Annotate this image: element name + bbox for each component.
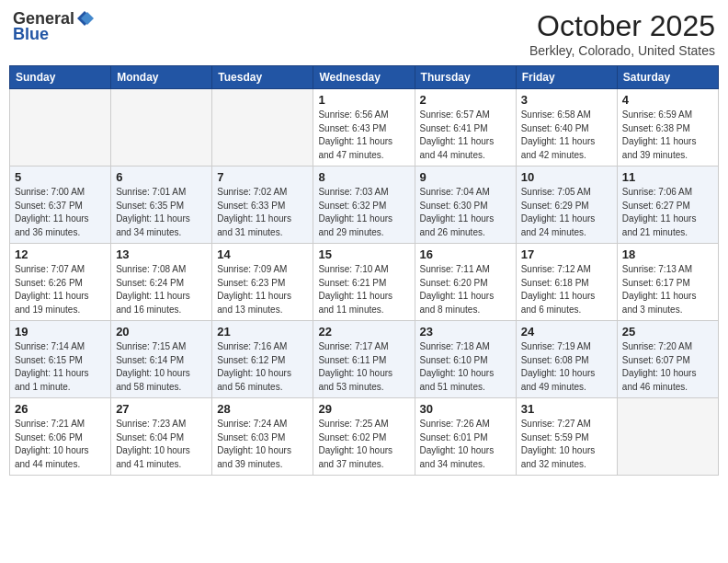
- day-info: Sunrise: 7:24 AM Sunset: 6:03 PM Dayligh…: [217, 418, 308, 471]
- day-info: Sunrise: 7:10 AM Sunset: 6:21 PM Dayligh…: [318, 263, 409, 316]
- day-number: 26: [15, 402, 106, 416]
- day-info: Sunrise: 7:00 AM Sunset: 6:37 PM Dayligh…: [15, 186, 106, 239]
- calendar-cell: 19Sunrise: 7:14 AM Sunset: 6:15 PM Dayli…: [10, 321, 111, 398]
- day-number: 8: [318, 170, 409, 184]
- day-info: Sunrise: 7:08 AM Sunset: 6:24 PM Dayligh…: [116, 263, 207, 316]
- day-info: Sunrise: 7:02 AM Sunset: 6:33 PM Dayligh…: [217, 186, 308, 239]
- day-info: Sunrise: 7:26 AM Sunset: 6:01 PM Dayligh…: [420, 418, 511, 471]
- day-info: Sunrise: 7:05 AM Sunset: 6:29 PM Dayligh…: [521, 186, 612, 239]
- calendar-cell: 17Sunrise: 7:12 AM Sunset: 6:18 PM Dayli…: [516, 244, 617, 321]
- day-info: Sunrise: 7:06 AM Sunset: 6:27 PM Dayligh…: [622, 186, 713, 239]
- calendar-cell: 4Sunrise: 6:59 AM Sunset: 6:38 PM Daylig…: [617, 89, 718, 167]
- day-info: Sunrise: 7:20 AM Sunset: 6:07 PM Dayligh…: [622, 340, 713, 394]
- day-info: Sunrise: 7:15 AM Sunset: 6:14 PM Dayligh…: [116, 340, 207, 394]
- calendar-cell: 14Sunrise: 7:09 AM Sunset: 6:23 PM Dayli…: [212, 244, 313, 321]
- day-info: Sunrise: 7:19 AM Sunset: 6:08 PM Dayligh…: [521, 340, 612, 394]
- day-number: 27: [116, 402, 207, 416]
- title-block: October 2025 Berkley, Colorado, United S…: [529, 9, 715, 58]
- day-info: Sunrise: 7:27 AM Sunset: 5:59 PM Dayligh…: [521, 418, 612, 471]
- day-number: 2: [420, 93, 511, 107]
- calendar-cell: 7Sunrise: 7:02 AM Sunset: 6:33 PM Daylig…: [212, 167, 313, 244]
- day-info: Sunrise: 7:09 AM Sunset: 6:23 PM Dayligh…: [217, 263, 308, 316]
- calendar-cell: 3Sunrise: 6:58 AM Sunset: 6:40 PM Daylig…: [516, 89, 617, 167]
- day-info: Sunrise: 7:07 AM Sunset: 6:26 PM Dayligh…: [15, 263, 106, 316]
- day-number: 7: [217, 170, 308, 184]
- day-number: 30: [420, 402, 511, 416]
- day-number: 20: [116, 325, 207, 339]
- day-number: 4: [622, 93, 713, 107]
- day-number: 3: [521, 93, 612, 107]
- calendar-cell: 10Sunrise: 7:05 AM Sunset: 6:29 PM Dayli…: [516, 167, 617, 244]
- calendar-cell: 18Sunrise: 7:13 AM Sunset: 6:17 PM Dayli…: [617, 244, 718, 321]
- day-info: Sunrise: 7:11 AM Sunset: 6:20 PM Dayligh…: [420, 263, 511, 316]
- day-info: Sunrise: 7:25 AM Sunset: 6:02 PM Dayligh…: [318, 418, 409, 471]
- calendar-cell: 30Sunrise: 7:26 AM Sunset: 6:01 PM Dayli…: [415, 398, 516, 476]
- week-row-5: 26Sunrise: 7:21 AM Sunset: 6:06 PM Dayli…: [10, 398, 719, 476]
- day-number: 1: [318, 93, 409, 107]
- calendar-cell: 29Sunrise: 7:25 AM Sunset: 6:02 PM Dayli…: [313, 398, 415, 476]
- calendar-cell: 13Sunrise: 7:08 AM Sunset: 6:24 PM Dayli…: [111, 244, 212, 321]
- calendar-cell: 24Sunrise: 7:19 AM Sunset: 6:08 PM Dayli…: [516, 321, 617, 398]
- calendar-cell: [10, 89, 111, 167]
- day-number: 24: [521, 325, 612, 339]
- day-number: 12: [15, 247, 106, 261]
- day-info: Sunrise: 6:57 AM Sunset: 6:41 PM Dayligh…: [420, 109, 511, 162]
- day-number: 21: [217, 325, 308, 339]
- day-info: Sunrise: 7:23 AM Sunset: 6:04 PM Dayligh…: [116, 418, 207, 471]
- day-number: 5: [15, 170, 106, 184]
- day-number: 23: [420, 325, 511, 339]
- calendar-cell: [212, 89, 313, 167]
- day-info: Sunrise: 7:14 AM Sunset: 6:15 PM Dayligh…: [15, 340, 106, 394]
- weekday-header-wednesday: Wednesday: [313, 66, 415, 89]
- calendar-cell: 16Sunrise: 7:11 AM Sunset: 6:20 PM Dayli…: [415, 244, 516, 321]
- calendar-cell: 22Sunrise: 7:17 AM Sunset: 6:11 PM Dayli…: [313, 321, 415, 398]
- calendar-cell: [111, 89, 212, 167]
- day-info: Sunrise: 7:16 AM Sunset: 6:12 PM Dayligh…: [217, 340, 308, 394]
- calendar-cell: 1Sunrise: 6:56 AM Sunset: 6:43 PM Daylig…: [313, 89, 415, 167]
- day-number: 29: [318, 402, 409, 416]
- day-number: 17: [521, 247, 612, 261]
- day-number: 16: [420, 247, 511, 261]
- day-number: 15: [318, 247, 409, 261]
- week-row-2: 5Sunrise: 7:00 AM Sunset: 6:37 PM Daylig…: [10, 167, 719, 244]
- calendar-cell: 27Sunrise: 7:23 AM Sunset: 6:04 PM Dayli…: [111, 398, 212, 476]
- weekday-header-thursday: Thursday: [415, 66, 516, 89]
- day-number: 6: [116, 170, 207, 184]
- day-info: Sunrise: 7:13 AM Sunset: 6:17 PM Dayligh…: [622, 263, 713, 316]
- day-number: 22: [318, 325, 409, 339]
- calendar-cell: 31Sunrise: 7:27 AM Sunset: 5:59 PM Dayli…: [516, 398, 617, 476]
- day-number: 9: [420, 170, 511, 184]
- calendar-cell: 21Sunrise: 7:16 AM Sunset: 6:12 PM Dayli…: [212, 321, 313, 398]
- day-info: Sunrise: 6:59 AM Sunset: 6:38 PM Dayligh…: [622, 109, 713, 162]
- day-number: 18: [622, 247, 713, 261]
- calendar-cell: 23Sunrise: 7:18 AM Sunset: 6:10 PM Dayli…: [415, 321, 516, 398]
- calendar-cell: 26Sunrise: 7:21 AM Sunset: 6:06 PM Dayli…: [10, 398, 111, 476]
- logo-icon: [75, 9, 94, 28]
- day-info: Sunrise: 6:56 AM Sunset: 6:43 PM Dayligh…: [318, 109, 409, 162]
- day-number: 31: [521, 402, 612, 416]
- day-info: Sunrise: 7:04 AM Sunset: 6:30 PM Dayligh…: [420, 186, 511, 239]
- day-number: 25: [622, 325, 713, 339]
- weekday-header-saturday: Saturday: [617, 66, 718, 89]
- calendar-cell: 28Sunrise: 7:24 AM Sunset: 6:03 PM Dayli…: [212, 398, 313, 476]
- logo-blue-text: Blue: [13, 25, 49, 44]
- day-number: 28: [217, 402, 308, 416]
- day-number: 11: [622, 170, 713, 184]
- page-header: General Blue October 2025 Berkley, Color…: [9, 9, 719, 58]
- weekday-header-sunday: Sunday: [10, 66, 111, 89]
- day-info: Sunrise: 7:01 AM Sunset: 6:35 PM Dayligh…: [116, 186, 207, 239]
- calendar-cell: 20Sunrise: 7:15 AM Sunset: 6:14 PM Dayli…: [111, 321, 212, 398]
- calendar-cell: 11Sunrise: 7:06 AM Sunset: 6:27 PM Dayli…: [617, 167, 718, 244]
- day-info: Sunrise: 6:58 AM Sunset: 6:40 PM Dayligh…: [521, 109, 612, 162]
- calendar-table: SundayMondayTuesdayWednesdayThursdayFrid…: [9, 65, 719, 476]
- logo: General Blue: [13, 9, 94, 44]
- day-number: 19: [15, 325, 106, 339]
- location-text: Berkley, Colorado, United States: [529, 43, 715, 58]
- weekday-header-monday: Monday: [111, 66, 212, 89]
- calendar-cell: 8Sunrise: 7:03 AM Sunset: 6:32 PM Daylig…: [313, 167, 415, 244]
- day-info: Sunrise: 7:18 AM Sunset: 6:10 PM Dayligh…: [420, 340, 511, 394]
- weekday-header-row: SundayMondayTuesdayWednesdayThursdayFrid…: [10, 66, 719, 89]
- week-row-1: 1Sunrise: 6:56 AM Sunset: 6:43 PM Daylig…: [10, 89, 719, 167]
- day-info: Sunrise: 7:03 AM Sunset: 6:32 PM Dayligh…: [318, 186, 409, 239]
- calendar-cell: 6Sunrise: 7:01 AM Sunset: 6:35 PM Daylig…: [111, 167, 212, 244]
